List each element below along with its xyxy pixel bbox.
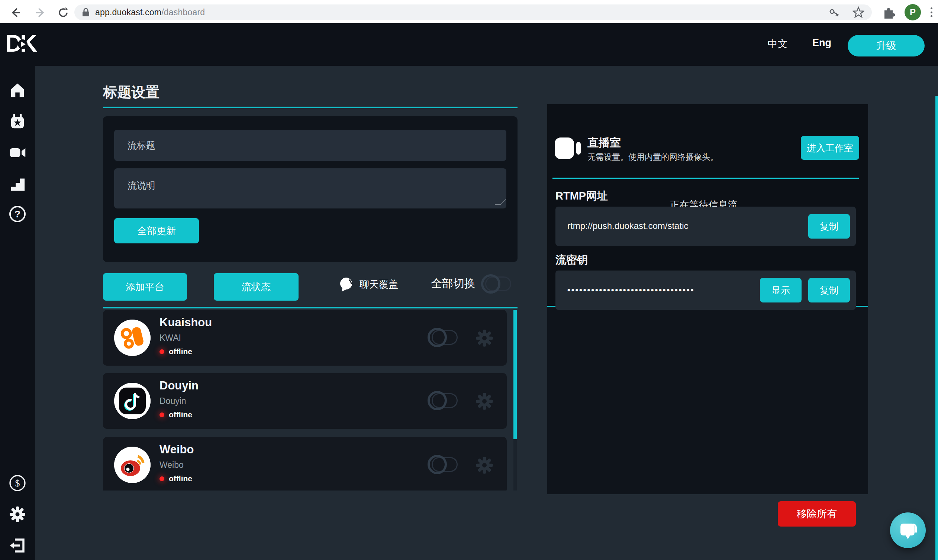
platform-account: Weibo [160, 460, 184, 470]
offline-dot [160, 349, 164, 354]
weibo-logo [114, 447, 151, 483]
show-key-button[interactable]: 显示 [760, 278, 802, 303]
offline-dot [160, 476, 164, 481]
rtmp-url-box: rtmp://push.duokast.com/static 复制 [555, 207, 856, 246]
platform-row-weibo[interactable]: Weibo Weibo offline [103, 437, 507, 491]
browser-forward-button[interactable] [33, 5, 48, 20]
chat-bubble-icon [338, 276, 354, 292]
studio-panel: 正在等待信息流... 直播室 无需设置。使用内置的网络摄像头。 进入工作室 RT… [547, 104, 868, 494]
browser-menu-icon[interactable] [927, 6, 935, 18]
douyin-logo [114, 383, 151, 419]
offline-dot [160, 412, 164, 417]
platform-row-kuaishou[interactable]: Kuaishou KWAI offline [103, 310, 507, 366]
analytics-steps-icon[interactable] [7, 173, 28, 194]
settings-gear-icon[interactable] [7, 503, 28, 525]
platform-list-scrollbar-thumb[interactable] [513, 310, 517, 439]
toggle-all-label: 全部切换 [431, 276, 476, 291]
platform-settings-gear-icon[interactable] [475, 392, 494, 411]
toggle-all-switch[interactable] [485, 277, 511, 291]
browser-profile-avatar[interactable]: P [904, 4, 921, 20]
svg-text:?: ? [14, 208, 20, 220]
duokast-logo[interactable]: DK [5, 30, 39, 60]
language-chinese-link[interactable]: 中文 [768, 37, 788, 51]
copy-key-button[interactable]: 复制 [808, 278, 850, 303]
platform-status: offline [160, 410, 192, 419]
app-top-nav: DK 中文 Eng 升级 [0, 23, 938, 66]
chat-overlay-label: 聊天覆盖 [359, 278, 398, 291]
platform-settings-gear-icon[interactable] [475, 329, 494, 348]
stream-key-label: 流密钥 [555, 253, 588, 268]
platform-settings-gear-icon[interactable] [475, 455, 494, 475]
kuaishou-logo [114, 320, 151, 356]
browser-toolbar: app.duokast.com/dashboard P [0, 0, 938, 23]
platform-status: offline [160, 347, 192, 356]
help-icon[interactable]: ? [7, 203, 28, 225]
events-calendar-icon[interactable] [7, 110, 28, 132]
enter-studio-button[interactable]: 进入工作室 [801, 136, 859, 160]
chat-overlay-control[interactable]: 聊天覆盖 [338, 276, 398, 292]
studio-camera-icon [554, 137, 584, 160]
stream-status-button[interactable]: 流状态 [214, 273, 299, 301]
update-all-button[interactable]: 全部更新 [114, 218, 199, 243]
platform-row-douyin[interactable]: Douyin Douyin offline [103, 373, 507, 429]
bookmark-star-icon[interactable] [852, 6, 864, 18]
support-chat-bubble-icon [898, 521, 918, 540]
platform-list: Kuaishou KWAI offline Douyin Douyin offl… [103, 308, 518, 491]
logo-play-icon [18, 39, 28, 49]
platform-name: Kuaishou [160, 316, 212, 329]
url-text: app.duokast.com/dashboard [95, 8, 205, 17]
left-sidebar: ? $ [0, 66, 35, 560]
home-icon[interactable] [7, 79, 28, 101]
platform-account: KWAI [160, 333, 181, 343]
support-chat-widget[interactable] [890, 512, 926, 548]
rtmp-url-label: RTMP网址 [555, 189, 607, 204]
platform-toggle[interactable] [432, 393, 457, 408]
studio-divider [553, 178, 859, 179]
title-underline [103, 107, 518, 108]
logout-icon[interactable] [7, 535, 28, 556]
stream-meta-card: 全部更新 [103, 116, 518, 262]
page-scrollbar[interactable] [935, 96, 938, 560]
platform-status: offline [160, 474, 192, 483]
browser-back-button[interactable] [8, 5, 23, 20]
video-camera-icon[interactable] [7, 142, 28, 163]
rtmp-url-value: rtmp://push.duokast.com/static [567, 221, 688, 231]
platform-toggle[interactable] [432, 330, 457, 345]
remove-all-button[interactable]: 移除所有 [778, 501, 856, 526]
add-platform-button[interactable]: 添加平台 [103, 273, 187, 301]
extensions-puzzle-icon[interactable] [882, 6, 895, 18]
platform-toggle[interactable] [432, 457, 457, 472]
language-english-link[interactable]: Eng [812, 37, 831, 49]
stream-key-masked-value: •••••••••••••••••••••••••••••••• [567, 285, 695, 295]
stream-description-input[interactable] [114, 168, 506, 208]
studio-subtitle: 无需设置。使用内置的网络摄像头。 [587, 152, 718, 163]
platform-account: Douyin [160, 396, 186, 406]
svg-text:$: $ [15, 478, 20, 489]
studio-title: 直播室 [587, 135, 621, 151]
copy-rtmp-button[interactable]: 复制 [808, 214, 850, 238]
address-bar[interactable]: app.duokast.com/dashboard [74, 5, 872, 20]
stream-title-input[interactable] [114, 130, 506, 161]
billing-dollar-icon[interactable]: $ [7, 472, 28, 494]
lock-icon [82, 8, 90, 17]
page-title: 标题设置 [103, 83, 160, 102]
browser-refresh-button[interactable] [56, 5, 71, 20]
toggle-all-control: 全部切换 [431, 276, 511, 291]
platform-list-scrollbar-track[interactable] [513, 310, 517, 491]
stream-key-box: •••••••••••••••••••••••••••••••• 显示 复制 [555, 271, 856, 310]
upgrade-button[interactable]: 升级 [848, 35, 925, 57]
password-key-icon[interactable] [829, 7, 840, 18]
platform-name: Douyin [160, 379, 199, 392]
platform-name: Weibo [160, 443, 194, 456]
